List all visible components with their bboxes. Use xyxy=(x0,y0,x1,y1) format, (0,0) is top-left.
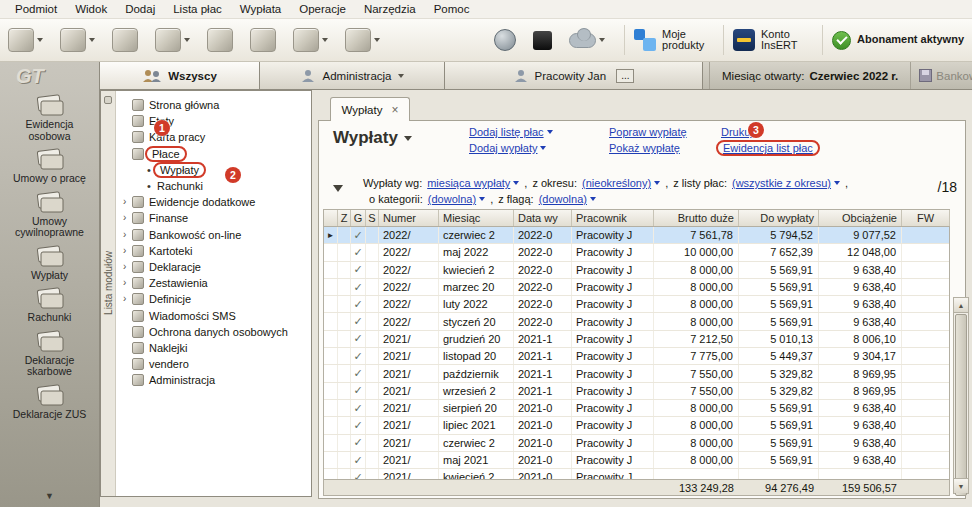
column-header[interactable]: Data wy xyxy=(514,210,572,226)
table-row[interactable]: ✓ 2022/ luty 2022 2022-0 Pracowity J 8 0… xyxy=(324,296,949,313)
pin-icon[interactable] xyxy=(104,96,112,104)
column-header[interactable]: S xyxy=(366,210,379,226)
filter-text[interactable]: (nieokreślony) xyxy=(582,177,651,189)
column-header[interactable]: Obciążenie xyxy=(819,210,902,226)
tree-item-etaty[interactable]: Etaty xyxy=(116,113,311,129)
vertical-scrollbar[interactable] xyxy=(953,297,969,494)
copy-icon[interactable] xyxy=(250,28,276,52)
tree-item-bankowosc-online[interactable]: Bankowość on-line xyxy=(116,227,311,243)
menu-item[interactable]: Widok xyxy=(66,1,116,17)
menu-item[interactable]: Wypłata xyxy=(231,1,290,17)
konto-insert-button[interactable]: Konto InsERT xyxy=(733,29,813,52)
tree-item-finanse[interactable]: Finanse xyxy=(116,210,311,226)
scroll-down-icon[interactable] xyxy=(954,478,968,493)
close-icon[interactable]: × xyxy=(391,104,398,116)
popraw-wyplate-link[interactable]: Popraw wypłatę xyxy=(609,126,687,138)
rail-item-umowy-cywilnoprawne[interactable]: Umowy cywilnoprawne xyxy=(0,191,99,239)
documents-icon[interactable] xyxy=(155,28,190,52)
tree-item-rachunki[interactable]: Rachunki xyxy=(116,178,311,194)
tab-wszyscy[interactable]: Wszyscy xyxy=(100,62,260,89)
tree-item-kartoteki[interactable]: Kartoteki xyxy=(116,243,311,259)
table-row[interactable]: ✓ 2021/ grudzień 20 2021-1 Pracowity J 7… xyxy=(324,331,949,348)
filter-text[interactable]: o kategorii: xyxy=(369,193,423,205)
tree-item-karta-pracy[interactable]: Karta pracy xyxy=(116,129,311,145)
rail-item-deklaracje-zus[interactable]: Deklaracje ZUS xyxy=(0,384,99,421)
stamp-icon[interactable] xyxy=(207,28,233,52)
moje-produkty-button[interactable]: Moje produkty xyxy=(634,29,714,52)
send-message-icon[interactable] xyxy=(8,28,43,52)
tree-item-zestawienia[interactable]: Zestawienia xyxy=(116,275,311,291)
help-icon[interactable] xyxy=(345,28,380,52)
printer-icon[interactable] xyxy=(293,28,328,52)
dodaj-liste-plac-link[interactable]: Dodaj listę płac xyxy=(469,126,553,138)
filter-text[interactable]: , xyxy=(845,177,848,189)
rail-overflow-button[interactable]: ▼ xyxy=(0,491,99,501)
table-row[interactable]: ✓ 2021/ kwiecień 2 2021-0 Pracowity J xyxy=(324,469,949,479)
menu-item[interactable]: Pomoc xyxy=(425,1,479,17)
tree-item-definicje[interactable]: Definicje xyxy=(116,291,311,307)
payroll-lists-icon[interactable] xyxy=(112,28,138,52)
filter-text[interactable]: , xyxy=(490,193,493,205)
rail-item-ewidencja-osobowa[interactable]: Ewidencja osobowa xyxy=(0,94,99,142)
scroll-up-icon[interactable] xyxy=(954,298,968,313)
tree-item-strona-glowna[interactable]: Strona główna xyxy=(116,97,311,113)
tree-item-vendero[interactable]: vendero xyxy=(116,356,311,372)
column-header[interactable]: Z xyxy=(338,210,351,226)
filter-text[interactable]: (dowolna) xyxy=(539,193,587,205)
column-header[interactable]: FW xyxy=(902,210,950,226)
table-row[interactable]: ✓ 2021/ listopad 20 2021-1 Pracowity J 7… xyxy=(324,348,949,365)
table-row[interactable]: ✓ 2022/ maj 2022 2022-0 Pracowity J 10 0… xyxy=(324,244,949,261)
column-header[interactable]: Brutto duże xyxy=(654,210,739,226)
column-header[interactable]: Do wypłaty xyxy=(739,210,819,226)
column-header[interactable]: Miesiąc xyxy=(439,210,514,226)
tree-item-ewidencje-dodatkowe[interactable]: Ewidencje dodatkowe xyxy=(116,194,311,210)
tree-item-place[interactable]: Płace xyxy=(116,146,311,162)
tree-item-administracja[interactable]: Administracja xyxy=(116,372,311,388)
toolbar-cloud-group[interactable] xyxy=(569,33,605,48)
rail-item-rachunki[interactable]: Rachunki xyxy=(0,287,99,324)
tree-item-naklejki[interactable]: Naklejki xyxy=(116,340,311,356)
tree-item-wiadomosci-sms[interactable]: Wiadomości SMS xyxy=(116,307,311,323)
filter-text[interactable]: miesiąca wypłaty xyxy=(427,177,510,189)
employee-more-button[interactable]: ... xyxy=(616,69,634,83)
column-header[interactable]: Pracownik xyxy=(572,210,654,226)
mail-icon[interactable] xyxy=(60,28,95,52)
rail-item-umowy-o-prace[interactable]: Umowy o pracę xyxy=(0,148,99,185)
toolbar-cloud-group[interactable] xyxy=(494,29,516,51)
table-row[interactable]: ✓ 2021/ sierpień 20 2021-0 Pracowity J 8… xyxy=(324,400,949,417)
column-header[interactable]: G xyxy=(351,210,366,226)
tree-item-ochrona-danych-osobowych[interactable]: Ochrona danych osobowych xyxy=(116,324,311,340)
table-row[interactable]: ✓ 2022/ marzec 20 2022-0 Pracowity J 8 0… xyxy=(324,279,949,296)
table-row[interactable]: ✓ 2021/ wrzesień 2 2021-1 Pracowity J 7 … xyxy=(324,383,949,400)
table-row[interactable]: ► ✓ 2022/ czerwiec 2 2022-0 Pracowity J … xyxy=(324,227,949,244)
pokaz-wyplate-link[interactable]: Pokaż wypłatę xyxy=(609,142,687,154)
dodaj-wyplaty-link[interactable]: Dodaj wypłaty xyxy=(469,142,553,154)
filter-collapse-button[interactable] xyxy=(333,185,343,192)
filter-text[interactable]: (dowolna) xyxy=(428,193,476,205)
table-row[interactable]: ✓ 2021/ czerwiec 2 2021-0 Pracowity J 8 … xyxy=(324,435,949,452)
document-tab-wyplaty[interactable]: Wypłaty × xyxy=(330,97,410,121)
rail-item-wyplaty[interactable]: Wypłaty xyxy=(0,245,99,282)
filter-text[interactable]: z flagą: xyxy=(498,193,533,205)
table-row[interactable]: ✓ 2021/ październik 2021-1 Pracowity J 7… xyxy=(324,365,949,382)
menu-item[interactable]: Lista płac xyxy=(164,1,231,17)
menu-item[interactable]: Podmiot xyxy=(6,1,66,17)
table-row[interactable]: ✓ 2022/ kwiecień 2 2022-0 Pracowity J 8 … xyxy=(324,262,949,279)
bankowosc-button[interactable]: Bankowo xyxy=(910,62,972,89)
toolbar-cloud-group[interactable] xyxy=(533,31,552,50)
rail-item-deklaracje-skarbowe[interactable]: Deklaracje skarbowe xyxy=(0,330,99,378)
tab-administracja[interactable]: Administracja xyxy=(260,62,445,89)
column-header[interactable]: Numer xyxy=(379,210,439,226)
filter-text[interactable]: (wszystkie z okresu) xyxy=(732,177,831,189)
tree-item-deklaracje[interactable]: Deklaracje xyxy=(116,259,311,275)
abonament-status[interactable]: Abonament aktywny xyxy=(832,31,964,50)
menu-item[interactable]: Operacje xyxy=(290,1,355,17)
table-row[interactable]: ✓ 2021/ lipiec 2021 2021-0 Pracowity J 8… xyxy=(324,417,949,434)
table-row[interactable]: ✓ 2021/ maj 2021 2021-0 Pracowity J 8 00… xyxy=(324,452,949,469)
drukuj-link[interactable]: Drukuj xyxy=(721,126,815,138)
filter-text[interactable]: Wypłaty wg: xyxy=(363,177,422,189)
filter-text[interactable]: , xyxy=(524,177,527,189)
scrollbar-thumb[interactable] xyxy=(955,314,967,496)
tree-item-wyplaty[interactable]: Wypłaty xyxy=(116,162,311,178)
column-header[interactable] xyxy=(324,210,338,226)
